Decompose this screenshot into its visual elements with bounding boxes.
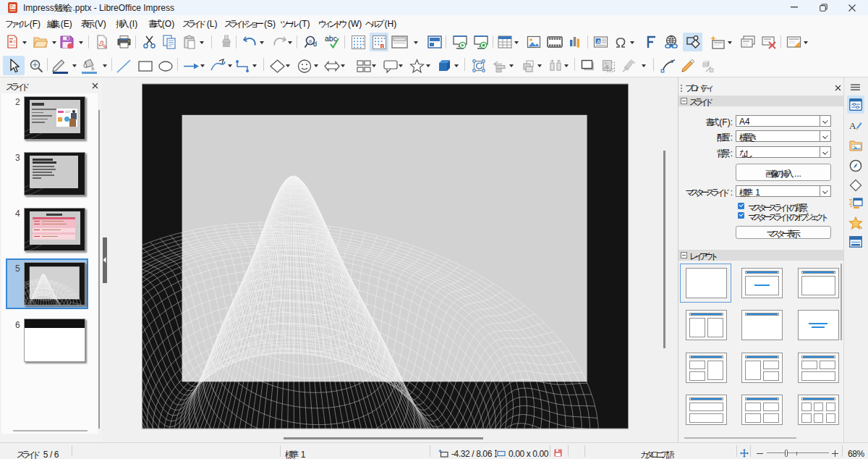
svg-text:a: a: [309, 38, 312, 44]
svg-text:n: n: [380, 41, 385, 49]
svg-text:abc: abc: [325, 35, 337, 43]
svg-text:d: d: [313, 41, 317, 48]
svg-text:A: A: [597, 38, 600, 45]
svg-text:A: A: [849, 120, 856, 131]
